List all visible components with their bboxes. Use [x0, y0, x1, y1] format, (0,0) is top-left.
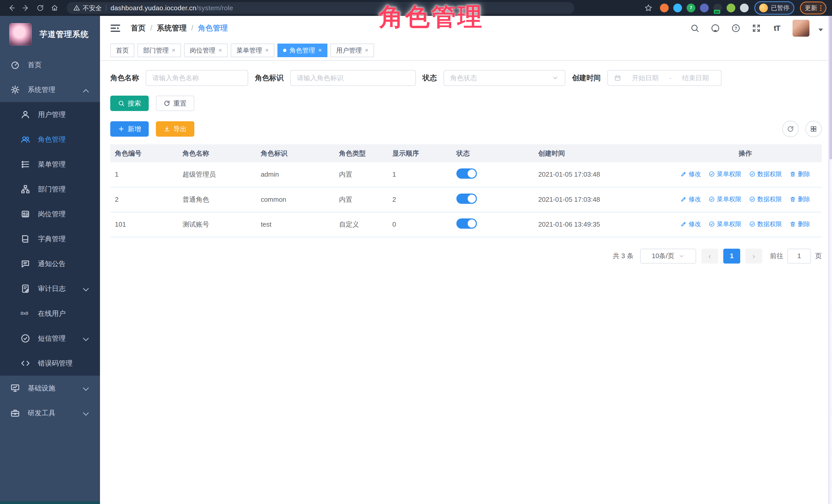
close-tab-icon[interactable]: ×: [265, 47, 269, 53]
paused-label: 已暂停: [771, 4, 789, 12]
profile-paused-pill[interactable]: 已暂停: [754, 1, 794, 15]
breadcrumb-item[interactable]: 角色管理: [198, 23, 228, 33]
github-icon[interactable]: [710, 23, 720, 33]
sidebar-item-sms[interactable]: 短信管理: [0, 326, 100, 351]
sidebar-item-tools[interactable]: 研发工具: [0, 400, 100, 425]
prev-page-button[interactable]: ‹: [701, 249, 718, 264]
menu-permission-link[interactable]: 菜单权限: [709, 220, 742, 228]
close-tab-icon[interactable]: ×: [172, 47, 175, 53]
extension-white-star-icon[interactable]: [740, 4, 749, 12]
tab-label: 菜单管理: [236, 46, 262, 55]
bookmark-star-icon[interactable]: [643, 2, 654, 14]
status-toggle[interactable]: [457, 168, 477, 179]
address-bar[interactable]: 不安全 dashboard.yudao.iocoder.cn/system/ro…: [67, 2, 574, 14]
cell-key: admin: [256, 162, 334, 187]
fullscreen-icon[interactable]: [752, 23, 761, 33]
scrollbar-thumb[interactable]: [829, 16, 832, 159]
edit-role-link[interactable]: 修改: [680, 195, 701, 203]
data-permission-link[interactable]: 数据权限: [749, 220, 782, 228]
search-icon[interactable]: [690, 23, 700, 33]
status-select[interactable]: 角色状态: [444, 70, 565, 86]
user-avatar[interactable]: [792, 20, 809, 37]
extension-orange-icon[interactable]: [660, 4, 669, 12]
circle-check-icon: [709, 221, 715, 227]
sidebar-item-system[interactable]: 系统管理: [0, 77, 100, 102]
sidebar-item-home[interactable]: 首页: [0, 52, 100, 77]
sidebar-item-dict[interactable]: 字典管理: [0, 227, 100, 251]
refresh-table-icon[interactable]: [782, 121, 799, 137]
close-tab-icon[interactable]: ×: [318, 47, 322, 53]
page-size-select[interactable]: 10条/页: [640, 249, 696, 264]
app-logo-row[interactable]: 芋道管理系统: [0, 16, 100, 52]
extension-stats-icon[interactable]: [700, 4, 709, 12]
help-icon[interactable]: ?: [731, 23, 741, 33]
extension-lime-icon[interactable]: [727, 4, 735, 12]
status-toggle[interactable]: [457, 193, 477, 204]
sidebar-item-menu[interactable]: 菜单管理: [0, 152, 100, 177]
tab-岗位管理[interactable]: 岗位管理×: [184, 44, 228, 57]
tab-角色管理[interactable]: 角色管理×: [278, 44, 328, 57]
add-role-button[interactable]: 新增: [110, 121, 149, 137]
delete-role-link[interactable]: 删除: [790, 170, 810, 178]
data-permission-link[interactable]: 数据权限: [749, 170, 782, 178]
reset-button[interactable]: 重置: [156, 96, 194, 111]
sidebar-item-infra[interactable]: 基础设施: [0, 376, 100, 400]
sidebar-bottom-scrollbar[interactable]: [0, 501, 100, 504]
close-tab-icon[interactable]: ×: [365, 47, 368, 53]
status-toggle[interactable]: [457, 218, 477, 229]
sidebar-item-post[interactable]: 岗位管理: [0, 202, 100, 227]
extension-green-avatar-icon[interactable]: 7: [686, 4, 695, 12]
edit-role-link[interactable]: 修改: [680, 170, 701, 178]
cell-create-time: 2021-01-06 13:49:35: [534, 212, 669, 237]
edit-role-link[interactable]: 修改: [680, 220, 701, 228]
update-button[interactable]: 更新: [800, 2, 826, 15]
menu-permission-link[interactable]: 菜单权限: [709, 195, 742, 203]
column-settings-icon[interactable]: [805, 121, 822, 137]
create-time-range-picker[interactable]: 开始日期 - 结束日期: [607, 70, 722, 86]
sidebar-item-dept[interactable]: 部门管理: [0, 177, 100, 202]
tab-首页[interactable]: 首页: [110, 44, 134, 57]
goto-page-input[interactable]: [787, 249, 811, 264]
home-nav-icon[interactable]: [49, 2, 60, 14]
cell-create-time: 2021-01-05 17:03:48: [534, 187, 669, 212]
breadcrumb-item[interactable]: 首页: [131, 23, 146, 33]
role-name-input[interactable]: 请输入角色名称: [146, 70, 248, 86]
close-tab-icon[interactable]: ×: [218, 47, 222, 53]
data-permission-link[interactable]: 数据权限: [749, 195, 782, 203]
sidebar-item-label: 用户管理: [38, 110, 66, 119]
extension-blue-gem-icon[interactable]: [673, 4, 682, 12]
next-page-button[interactable]: ›: [745, 249, 762, 264]
sidebar-item-online[interactable]: 0x0在线用户: [0, 301, 100, 326]
tab-部门管理[interactable]: 部门管理×: [137, 44, 181, 57]
collapse-sidebar-icon[interactable]: [110, 23, 121, 34]
tab-菜单管理[interactable]: 菜单管理×: [231, 44, 274, 57]
start-date-placeholder[interactable]: 开始日期: [626, 74, 665, 83]
tab-用户管理[interactable]: 用户管理×: [331, 44, 374, 57]
table-header-row: 角色编号角色名称角色标识角色类型显示顺序状态创建时间操作: [110, 144, 822, 162]
end-date-placeholder[interactable]: 结束日期: [676, 74, 715, 83]
current-page-button[interactable]: 1: [723, 249, 740, 264]
breadcrumb-item[interactable]: 系统管理: [157, 23, 187, 33]
menu-permission-link[interactable]: 菜单权限: [709, 170, 742, 178]
sidebar-item-notice[interactable]: 通知公告: [0, 251, 100, 276]
search-button[interactable]: 搜索: [110, 96, 149, 111]
back-icon[interactable]: [6, 2, 18, 14]
forward-icon[interactable]: [20, 2, 32, 14]
font-size-icon[interactable]: tT: [772, 23, 782, 33]
delete-role-link[interactable]: 删除: [790, 195, 810, 203]
delete-role-link[interactable]: 删除: [790, 220, 810, 228]
cell-key: test: [256, 212, 334, 237]
reload-icon[interactable]: [34, 2, 46, 14]
extension-dev-on-icon[interactable]: on: [713, 4, 722, 12]
role-key-input[interactable]: 请输入角色标识: [290, 70, 416, 86]
sidebar-item-role[interactable]: 角色管理: [0, 127, 100, 152]
sidebar-item-user[interactable]: 用户管理: [0, 102, 100, 127]
sidebar-item-audit[interactable]: 审计日志: [0, 276, 100, 301]
avatar-caret-down-icon[interactable]: [816, 25, 822, 31]
trash-icon: [790, 171, 796, 177]
browser-menu-icon[interactable]: [820, 5, 822, 11]
security-warning[interactable]: 不安全: [73, 4, 102, 12]
export-button[interactable]: 导出: [156, 121, 194, 137]
sidebar-item-errcode[interactable]: 错误码管理: [0, 351, 100, 376]
window-scrollbar[interactable]: [828, 16, 832, 504]
